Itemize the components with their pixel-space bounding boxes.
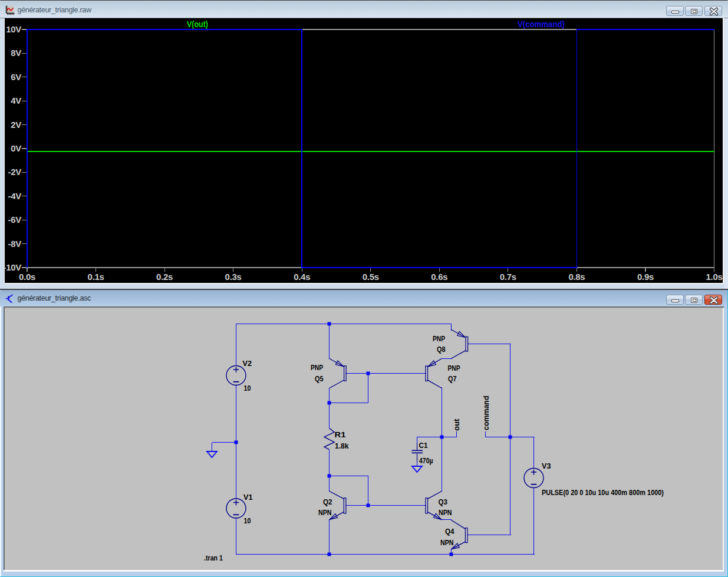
svg-text:Q7: Q7 (448, 374, 457, 383)
svg-text:Q4: Q4 (445, 527, 454, 536)
svg-text:10: 10 (244, 516, 251, 525)
svg-text:V3: V3 (542, 461, 551, 470)
svg-text:NPN: NPN (440, 538, 454, 547)
svg-text:command: command (482, 395, 490, 430)
svg-text:R1: R1 (335, 430, 346, 439)
svg-text:Q8: Q8 (437, 345, 446, 354)
svg-text:470µ: 470µ (419, 456, 433, 465)
svg-text:V1: V1 (243, 493, 253, 502)
svg-text:.tran 1: .tran 1 (204, 553, 223, 562)
svg-text:C1: C1 (419, 441, 428, 450)
svg-text:PNP: PNP (311, 363, 323, 372)
svg-text:10: 10 (244, 384, 251, 393)
svg-text:NPN: NPN (318, 508, 332, 517)
svg-text:PNP: PNP (448, 364, 460, 372)
svg-text:out: out (452, 418, 461, 431)
svg-text:Q5: Q5 (315, 374, 324, 383)
svg-text:V2: V2 (243, 359, 252, 368)
svg-text:Q2: Q2 (323, 497, 332, 506)
svg-text:PULSE(0 20 0 10u 10u 400m 800m: PULSE(0 20 0 10u 10u 400m 800m 1000) (542, 488, 664, 497)
svg-text:NPN: NPN (439, 508, 452, 517)
svg-text:1.8k: 1.8k (335, 441, 349, 450)
svg-text:PNP: PNP (433, 334, 445, 343)
svg-text:Q3: Q3 (439, 497, 448, 506)
